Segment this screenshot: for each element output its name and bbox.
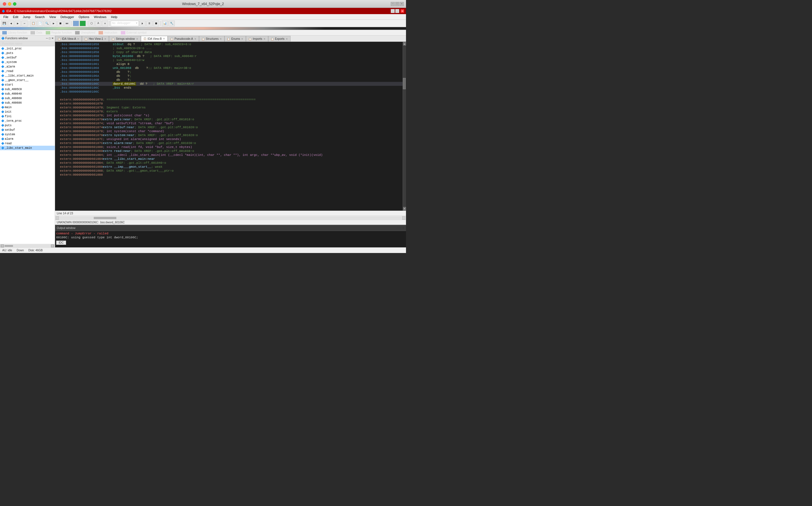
tb-forward[interactable]: ▶ — [15, 21, 21, 26]
code-vertical-scrollbar[interactable]: ▲ ▼ — [402, 42, 406, 210]
func-item-init[interactable]: 🔷 init — [0, 109, 55, 114]
tb-paste[interactable]: 📄 — [37, 21, 43, 26]
tab-close-imports[interactable]: ✕ — [263, 37, 266, 40]
tb-color1[interactable] — [73, 21, 79, 26]
menu-help[interactable]: Help — [109, 14, 120, 20]
func-item-start[interactable]: 🔷 start — [0, 82, 55, 87]
tab-close-exports[interactable]: ✕ — [286, 37, 288, 40]
tb-run[interactable]: ▶ — [51, 21, 57, 26]
tb-debug3[interactable]: ⏹ — [153, 21, 159, 26]
tab-strings-window[interactable]: 📋 Strings window ✕ — [109, 36, 141, 41]
menu-file[interactable]: File — [1, 14, 11, 20]
tb-search[interactable]: 🔍 — [44, 21, 50, 26]
tab-ida-view-b[interactable]: 📋 IDA View-B ✕ — [141, 36, 168, 41]
tb-nav[interactable]: ⇐ — [21, 21, 28, 26]
legend-unexplored-label: Unexplored — [81, 31, 95, 34]
ida-close-btn[interactable]: ✕ — [400, 9, 404, 13]
tb-debug2[interactable]: ⏸ — [146, 21, 153, 26]
tab-pseudocode-a[interactable]: 📋 Pseudocode-A ✕ — [168, 36, 199, 41]
functions-list[interactable]: 🔷 _init_proc 🔷 _puts 🔷 _setbuf 🔷 _system… — [0, 46, 55, 244]
tab-hex-view-1[interactable]: 📋 Hex View-1 ✕ — [82, 36, 109, 41]
scroll-right-horiz[interactable]: ▶ — [402, 216, 405, 220]
tb-hex[interactable]: ⬡ — [88, 21, 95, 26]
tb-stop[interactable]: ⏹ — [57, 21, 64, 26]
func-item-puts2[interactable]: 🔷 puts — [0, 123, 55, 128]
func-item-alarm[interactable]: 🔷 _alarm — [0, 64, 55, 69]
func-item-read2[interactable]: 🔷 read — [0, 141, 55, 146]
tab-imports[interactable]: 📋 Imports ✕ — [246, 36, 268, 41]
func-item-puts[interactable]: 🔷 _puts — [0, 51, 55, 55]
menu-windows[interactable]: Windows — [91, 14, 109, 20]
tb-x[interactable]: ✕ — [102, 21, 108, 26]
code-view[interactable]: .bss:0000000000601058 stdout dq ? ; DATA… — [55, 42, 402, 210]
tb-misc1[interactable]: 📊 — [162, 21, 168, 26]
tab-close-ida-view-a[interactable]: ✕ — [77, 37, 79, 40]
tab-structures[interactable]: 📋 Structures ✕ — [199, 36, 225, 41]
tab-close-strings[interactable]: ✕ — [136, 37, 139, 40]
tb-step[interactable]: ⏭ — [64, 21, 70, 26]
menu-jump[interactable]: Jump — [21, 14, 33, 20]
menu-debugger[interactable]: Debugger — [58, 14, 76, 20]
debugger-dropdown[interactable]: No debugger ▼ — [111, 21, 139, 26]
horiz-scrollbar[interactable]: ◀ ▶ — [55, 216, 406, 220]
func-item-setbuf[interactable]: 🔷 _setbuf — [0, 55, 55, 60]
func-item-sub400686[interactable]: 🔷 sub_400686 — [0, 100, 55, 105]
func-item-libc-start-main[interactable]: 🔷 __libc_start_main — [0, 73, 55, 78]
menu-view[interactable]: View — [47, 14, 58, 20]
func-item-setbuf2[interactable]: 🔷 setbuf — [0, 128, 55, 132]
maximize-button[interactable] — [13, 2, 16, 6]
tab-exports[interactable]: 📋 Exports ✕ — [268, 36, 290, 41]
tb-back[interactable]: ◀ — [8, 21, 14, 26]
tab-close-pseudocode[interactable]: ✕ — [194, 37, 196, 40]
output-minimize-btn[interactable]: ─ — [397, 227, 399, 230]
win-close[interactable]: ✕ — [400, 2, 404, 6]
tab-close-hex-view-1[interactable]: ✕ — [104, 37, 106, 40]
tab-close-structures[interactable]: ✕ — [220, 37, 222, 40]
idc-button[interactable]: IDC — [56, 241, 66, 245]
ida-restore-btn[interactable]: □ — [395, 9, 399, 13]
panel-float-btn[interactable]: □ — [49, 37, 51, 40]
menu-options[interactable]: Options — [76, 14, 91, 20]
tb-copy[interactable]: 📋 — [30, 21, 36, 26]
menu-search[interactable]: Search — [33, 14, 47, 20]
tab-ida-view-a[interactable]: 📋 IDA View-A ✕ — [55, 36, 82, 41]
scroll-left-horiz[interactable]: ◀ — [56, 216, 59, 220]
scroll-right-btn[interactable]: ▶ — [51, 245, 54, 247]
scroll-up-btn[interactable]: ▲ — [403, 42, 406, 46]
func-item-system[interactable]: 🔷 _system — [0, 60, 55, 64]
win-minimize[interactable]: ─ — [391, 2, 395, 6]
func-item-fini[interactable]: 🔷 fini — [0, 114, 55, 118]
win-restore[interactable]: □ — [395, 2, 399, 6]
output-idc-line: IDC — [56, 241, 405, 245]
ida-minimize-btn[interactable]: ─ — [391, 9, 395, 13]
scroll-left-btn[interactable]: ◀ — [1, 245, 4, 247]
output-float-btn[interactable]: □ — [399, 227, 401, 230]
tb-asm[interactable]: A — [95, 21, 101, 26]
menu-edit[interactable]: Edit — [11, 14, 21, 20]
tb-misc2[interactable]: 🔧 — [169, 21, 175, 26]
tb-color2[interactable] — [80, 21, 86, 26]
tab-enums[interactable]: 📋 Enums ✕ — [224, 36, 246, 41]
func-item-system2[interactable]: 🔷 system — [0, 132, 55, 137]
func-item-sub4005c0[interactable]: 🔷 sub_4005C0 — [0, 87, 55, 91]
tb-save[interactable]: 💾 — [1, 21, 7, 26]
tab-close-enums[interactable]: ✕ — [241, 37, 243, 40]
func-item-read[interactable]: 🔷 _read — [0, 69, 55, 73]
tb-debug1[interactable]: ⏵ — [140, 21, 146, 26]
minimize-button[interactable] — [8, 2, 11, 6]
panel-close-btn[interactable]: ✕ — [52, 37, 54, 40]
func-item-init-proc[interactable]: 🔷 _init_proc — [0, 46, 55, 51]
func-item-sub400660[interactable]: 🔷 sub_400660 — [0, 96, 55, 100]
functions-panel-scrollbar[interactable]: ◀ ▶ — [0, 244, 55, 247]
func-item-sub400640[interactable]: 🔷 sub_400640 — [0, 91, 55, 96]
func-item-gmon-start[interactable]: 🔷 __gmon_start__ — [0, 78, 55, 82]
output-close-btn[interactable]: ✕ — [402, 227, 404, 230]
panel-minimize-btn[interactable]: ─ — [46, 37, 48, 40]
tab-close-ida-view-b[interactable]: ✕ — [163, 37, 165, 40]
func-item-alarm2[interactable]: 🔷 alarm — [0, 137, 55, 141]
func-item-main[interactable]: 🔷 main — [0, 105, 55, 109]
scroll-down-btn[interactable]: ▼ — [403, 207, 406, 210]
close-button[interactable] — [3, 2, 6, 6]
func-item-libc-start-main2[interactable]: 🔷 _libc_start_main — [0, 146, 55, 150]
func-item-term-proc[interactable]: 🔷 _term_proc — [0, 118, 55, 123]
